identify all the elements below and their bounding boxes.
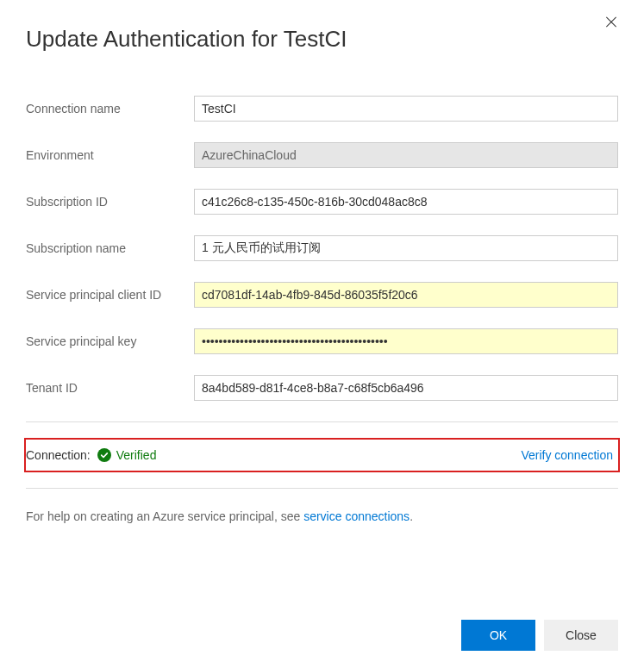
help-prefix: For help on creating an Azure service pr… [26,509,303,523]
label-sp-client-id: Service principal client ID [26,288,194,302]
row-environment: Environment [26,142,618,168]
label-subscription-name: Subscription name [26,241,194,255]
label-sp-key: Service principal key [26,334,194,348]
verify-connection-link[interactable]: Verify connection [521,448,613,462]
divider-bottom [26,488,618,489]
input-sp-client-id[interactable] [194,282,618,308]
input-connection-name[interactable] [194,96,618,122]
ok-button[interactable]: OK [461,620,535,651]
service-connections-link[interactable]: service connections [303,509,410,523]
row-connection-name: Connection name [26,96,618,122]
row-tenant-id: Tenant ID [26,375,618,401]
verified-text: Verified [116,448,157,462]
input-sp-key[interactable] [194,328,618,354]
input-subscription-id[interactable] [194,189,618,215]
connection-status-row: Connection: Verified Verify connection [24,438,620,472]
input-environment [194,142,618,168]
connection-label: Connection: [26,448,91,462]
label-environment: Environment [26,148,194,162]
row-subscription-id: Subscription ID [26,189,618,215]
row-sp-client-id: Service principal client ID [26,282,618,308]
row-sp-key: Service principal key [26,328,618,354]
connection-status-left: Connection: Verified [26,448,156,462]
help-suffix: . [410,509,413,523]
close-icon[interactable] [604,16,618,29]
help-text: For help on creating an Azure service pr… [26,509,618,523]
row-subscription-name: Subscription name [26,235,618,261]
input-subscription-name[interactable] [194,235,618,261]
label-connection-name: Connection name [26,102,194,115]
divider-top [26,421,618,422]
label-tenant-id: Tenant ID [26,381,194,395]
button-row: OK Close [461,620,618,651]
input-tenant-id[interactable] [194,375,618,401]
dialog-title: Update Authentication for TestCI [26,26,618,53]
close-button[interactable]: Close [544,620,618,651]
verified-check-icon [97,448,111,462]
label-subscription-id: Subscription ID [26,195,194,209]
